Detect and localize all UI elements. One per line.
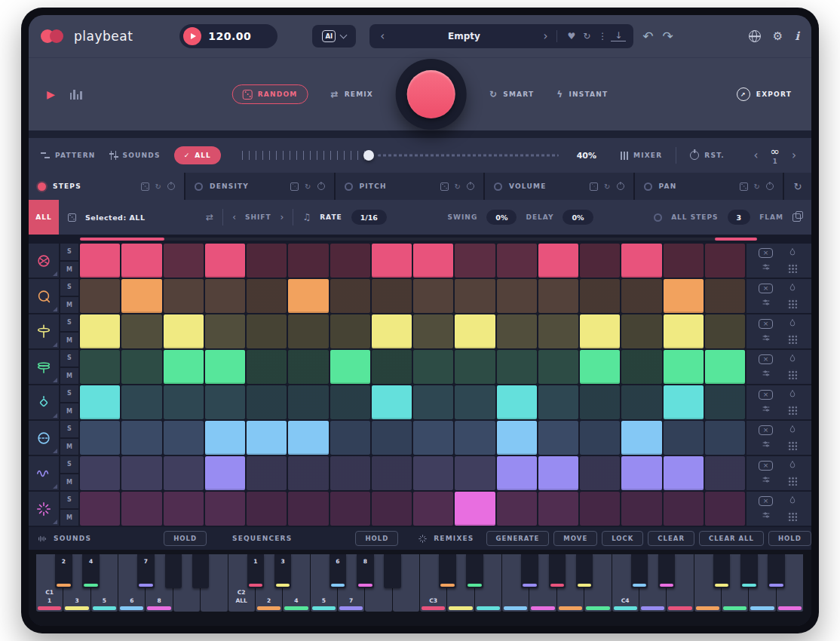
step-cell-13[interactable]: [580, 279, 620, 313]
step-cell-2[interactable]: [121, 279, 161, 313]
step-cell-14[interactable]: [621, 385, 661, 419]
black-key-after-0[interactable]: 2: [55, 554, 72, 588]
step-cell-12[interactable]: [538, 456, 578, 490]
black-key-after-18[interactable]: [549, 554, 566, 588]
step-cell-5[interactable]: [247, 350, 287, 384]
remix-button[interactable]: ⇄ REMIX: [330, 89, 373, 100]
step-cell-16[interactable]: [705, 244, 745, 278]
tab-steps[interactable]: STEPS↻: [29, 173, 184, 200]
step-cell-10[interactable]: [455, 421, 495, 455]
tab-volume[interactable]: VOLUME↻: [485, 173, 633, 200]
drag-handle-icon[interactable]: [787, 405, 797, 415]
instrument-snare-icon[interactable]: [29, 279, 59, 313]
pattern-prev-button[interactable]: ‹: [751, 150, 762, 161]
step-cell-2[interactable]: [121, 421, 161, 455]
favorite-heart-icon[interactable]: ♥: [563, 31, 579, 41]
more-options-icon[interactable]: ⋮: [594, 31, 611, 41]
step-cell-8[interactable]: [372, 244, 412, 278]
step-cell-7[interactable]: [330, 385, 370, 419]
complexity-slider[interactable]: [242, 147, 559, 164]
black-key-after-24[interactable]: [713, 554, 731, 588]
step-cell-1[interactable]: [80, 350, 120, 384]
step-cell-7[interactable]: [330, 421, 370, 455]
globe-icon[interactable]: [749, 30, 761, 42]
step-cell-9[interactable]: [413, 456, 453, 490]
humanize-drop-icon[interactable]: [788, 495, 797, 507]
step-cell-6[interactable]: [288, 385, 328, 419]
step-cell-8[interactable]: [372, 385, 412, 419]
black-key-after-12[interactable]: [384, 554, 401, 588]
dice-icon[interactable]: [440, 182, 449, 191]
step-cell-1[interactable]: [80, 456, 120, 490]
step-cell-11[interactable]: [497, 421, 537, 455]
step-cell-10[interactable]: [455, 244, 495, 278]
power-icon[interactable]: [317, 182, 325, 190]
redo-button[interactable]: ↷: [663, 29, 673, 44]
black-key-after-3[interactable]: 7: [137, 554, 155, 588]
step-cell-14[interactable]: [621, 350, 661, 384]
step-cell-6[interactable]: [288, 244, 328, 278]
step-cell-5[interactable]: [247, 279, 287, 313]
step-cell-13[interactable]: [580, 350, 620, 384]
info-icon[interactable]: i: [795, 29, 799, 43]
black-key-after-21[interactable]: [631, 554, 648, 588]
black-key-after-17[interactable]: [521, 554, 538, 588]
reset-button[interactable]: RST.: [690, 151, 724, 160]
step-cell-15[interactable]: [664, 421, 704, 455]
step-cell-9[interactable]: [413, 350, 453, 384]
step-cell-5[interactable]: [247, 492, 287, 526]
step-cell-6[interactable]: [288, 456, 328, 490]
spread-icon[interactable]: ⇄: [206, 212, 213, 222]
step-cell-6[interactable]: [288, 350, 328, 384]
mute-button[interactable]: M: [60, 368, 78, 385]
step-cell-4[interactable]: [205, 350, 245, 384]
step-cell-4[interactable]: [205, 456, 245, 490]
step-cell-3[interactable]: [164, 244, 204, 278]
all-filter-button[interactable]: ✓ ALL: [174, 146, 221, 164]
step-cell-2[interactable]: [121, 385, 161, 419]
step-cell-10[interactable]: [455, 385, 495, 419]
step-cell-13[interactable]: [580, 314, 620, 348]
step-cell-15[interactable]: [664, 456, 704, 490]
instant-button[interactable]: ϟ INSTANT: [556, 89, 608, 100]
step-cell-11[interactable]: [497, 279, 537, 313]
step-cell-10[interactable]: [455, 314, 495, 348]
shift-right-button[interactable]: ›: [281, 212, 284, 222]
row-sliders-icon[interactable]: [762, 511, 771, 522]
step-cell-1[interactable]: [80, 244, 120, 278]
piano-roll-icon[interactable]: [70, 90, 82, 100]
step-cell-12[interactable]: [538, 350, 578, 384]
random-button[interactable]: RANDOM: [232, 84, 308, 104]
step-cell-4[interactable]: [205, 314, 245, 348]
clear-row-icon[interactable]: ×: [759, 461, 773, 471]
drag-handle-icon[interactable]: [787, 334, 797, 344]
undo-button[interactable]: ↶: [642, 29, 653, 44]
row-sliders-icon[interactable]: [762, 404, 771, 416]
instrument-kick-icon[interactable]: [29, 244, 59, 278]
step-cell-1[interactable]: [80, 385, 120, 419]
step-cell-11[interactable]: [497, 492, 537, 526]
dice-icon[interactable]: [141, 182, 149, 191]
black-key-after-19[interactable]: [576, 554, 593, 588]
humanize-drop-icon[interactable]: [788, 247, 797, 259]
step-cell-1[interactable]: [80, 314, 120, 348]
mute-button[interactable]: M: [60, 333, 78, 349]
clear-row-icon[interactable]: ×: [759, 248, 773, 258]
black-key-after-10[interactable]: 6: [330, 554, 347, 588]
generate-button[interactable]: GENERATE: [486, 531, 550, 546]
tab-sounds[interactable]: SOUNDS: [109, 151, 161, 160]
drag-handle-icon[interactable]: [787, 370, 797, 379]
step-cell-16[interactable]: [705, 421, 745, 455]
step-cell-4[interactable]: [205, 421, 245, 455]
pattern-next-button[interactable]: ›: [789, 150, 799, 161]
black-key-after-11[interactable]: 8: [357, 554, 374, 588]
solo-button[interactable]: S: [60, 244, 78, 260]
mixer-button[interactable]: MIXER: [621, 152, 662, 160]
loop-icon[interactable]: ↻: [754, 182, 760, 191]
select-all-rows-button[interactable]: ALL: [29, 200, 59, 235]
delay-value[interactable]: 0%: [563, 210, 593, 225]
step-cell-16[interactable]: [705, 350, 745, 384]
step-cell-8[interactable]: [372, 492, 412, 526]
clear-button[interactable]: CLEAR: [648, 531, 694, 546]
rate-value[interactable]: 1/16: [351, 210, 387, 225]
